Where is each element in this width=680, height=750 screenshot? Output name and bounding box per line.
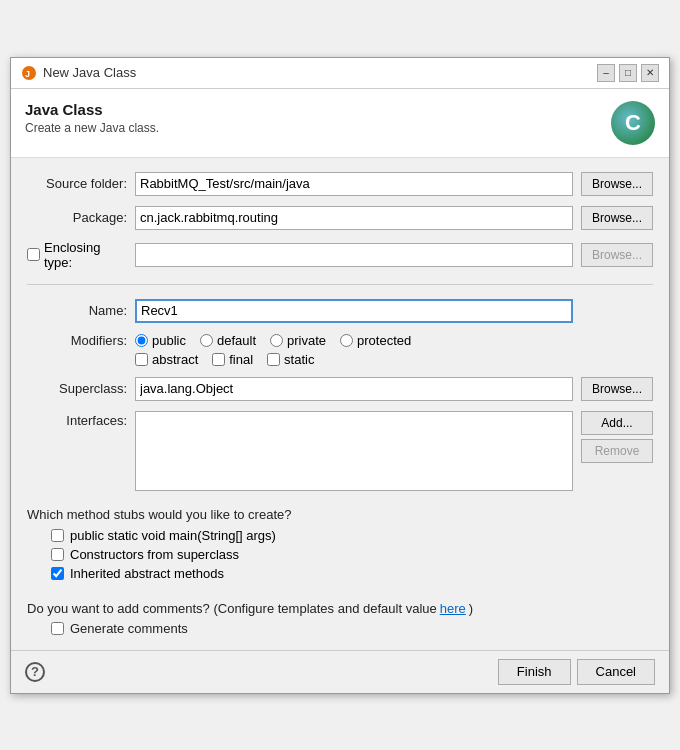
dialog-footer: ? Finish Cancel xyxy=(11,650,669,693)
generate-comments-checkbox[interactable] xyxy=(51,622,64,635)
dialog-header: Java Class Create a new Java class. C xyxy=(11,89,669,158)
stub-constructors-checkbox[interactable] xyxy=(51,548,64,561)
title-bar: J New Java Class – □ ✕ xyxy=(11,58,669,89)
dialog-body: Source folder: Browse... Package: Browse… xyxy=(11,158,669,650)
source-folder-browse-button[interactable]: Browse... xyxy=(581,172,653,196)
dialog-header-text: Java Class Create a new Java class. xyxy=(25,101,159,135)
help-button[interactable]: ? xyxy=(25,662,45,682)
name-label: Name: xyxy=(27,303,127,318)
title-bar-title: New Java Class xyxy=(43,65,136,80)
modifier-static-label[interactable]: static xyxy=(267,352,314,367)
finish-button[interactable]: Finish xyxy=(498,659,571,685)
modifiers-other-row: abstract final static xyxy=(135,352,653,367)
modifier-private-radio[interactable] xyxy=(270,334,283,347)
enclosing-checkbox-container: Enclosing type: xyxy=(27,240,127,270)
modifier-final-checkbox[interactable] xyxy=(212,353,225,366)
dialog-subtitle: Create a new Java class. xyxy=(25,121,159,135)
modifiers-section: Modifiers: public default private xyxy=(27,333,653,367)
cancel-button[interactable]: Cancel xyxy=(577,659,655,685)
modifiers-radio-group: public default private protected xyxy=(135,333,411,348)
close-button[interactable]: ✕ xyxy=(641,64,659,82)
modifiers-access-row: Modifiers: public default private xyxy=(27,333,653,348)
source-folder-row: Source folder: Browse... xyxy=(27,172,653,196)
modifier-static-checkbox[interactable] xyxy=(267,353,280,366)
enclosing-type-checkbox[interactable] xyxy=(27,248,40,261)
maximize-button[interactable]: □ xyxy=(619,64,637,82)
stubs-question: Which method stubs would you like to cre… xyxy=(27,507,653,522)
minimize-button[interactable]: – xyxy=(597,64,615,82)
stubs-section: Which method stubs would you like to cre… xyxy=(27,501,653,591)
superclass-row: Superclass: Browse... xyxy=(27,377,653,401)
interfaces-row: Interfaces: Add... Remove xyxy=(27,411,653,491)
source-folder-label: Source folder: xyxy=(27,176,127,191)
modifier-protected-label[interactable]: protected xyxy=(340,333,411,348)
stub-constructors-label[interactable]: Constructors from superclass xyxy=(51,547,653,562)
modifier-abstract-checkbox[interactable] xyxy=(135,353,148,366)
interfaces-label: Interfaces: xyxy=(27,411,127,428)
interfaces-add-button[interactable]: Add... xyxy=(581,411,653,435)
modifier-abstract-label[interactable]: abstract xyxy=(135,352,198,367)
enclosing-type-label[interactable]: Enclosing type: xyxy=(44,240,127,270)
svg-text:J: J xyxy=(25,69,30,79)
enclosing-type-browse-button[interactable]: Browse... xyxy=(581,243,653,267)
name-row: Name: xyxy=(27,299,653,323)
superclass-label: Superclass: xyxy=(27,381,127,396)
modifier-protected-radio[interactable] xyxy=(340,334,353,347)
new-java-class-dialog: J New Java Class – □ ✕ Java Class Create… xyxy=(10,57,670,694)
modifier-default-radio[interactable] xyxy=(200,334,213,347)
modifiers-label: Modifiers: xyxy=(27,333,127,348)
stub-main-label[interactable]: public static void main(String[] args) xyxy=(51,528,653,543)
package-row: Package: Browse... xyxy=(27,206,653,230)
interfaces-remove-button[interactable]: Remove xyxy=(581,439,653,463)
modifier-final-label[interactable]: final xyxy=(212,352,253,367)
modifier-default-label[interactable]: default xyxy=(200,333,256,348)
name-input[interactable] xyxy=(135,299,573,323)
here-link[interactable]: here xyxy=(440,601,466,616)
separator-1 xyxy=(27,284,653,285)
title-bar-left: J New Java Class xyxy=(21,65,136,81)
footer-left: ? xyxy=(25,662,45,682)
eclipse-logo: C xyxy=(611,101,655,145)
dialog-title: Java Class xyxy=(25,101,159,118)
stub-main-checkbox[interactable] xyxy=(51,529,64,542)
generate-comments-label[interactable]: Generate comments xyxy=(51,621,653,636)
comments-section: Do you want to add comments? (Configure … xyxy=(27,601,653,636)
modifier-public-label[interactable]: public xyxy=(135,333,186,348)
modifier-public-radio[interactable] xyxy=(135,334,148,347)
superclass-input[interactable] xyxy=(135,377,573,401)
interfaces-textarea[interactable] xyxy=(135,411,573,491)
modifier-private-label[interactable]: private xyxy=(270,333,326,348)
stub-inherited-checkbox[interactable] xyxy=(51,567,64,580)
dialog-icon: J xyxy=(21,65,37,81)
enclosing-type-row: Enclosing type: Browse... xyxy=(27,240,653,270)
package-input[interactable] xyxy=(135,206,573,230)
stub-inherited-label[interactable]: Inherited abstract methods xyxy=(51,566,653,581)
source-folder-input[interactable] xyxy=(135,172,573,196)
interfaces-buttons: Add... Remove xyxy=(581,411,653,463)
package-label: Package: xyxy=(27,210,127,225)
package-browse-button[interactable]: Browse... xyxy=(581,206,653,230)
footer-right: Finish Cancel xyxy=(498,659,655,685)
title-bar-buttons: – □ ✕ xyxy=(597,64,659,82)
comments-question: Do you want to add comments? (Configure … xyxy=(27,601,653,616)
superclass-browse-button[interactable]: Browse... xyxy=(581,377,653,401)
enclosing-type-input[interactable] xyxy=(135,243,573,267)
